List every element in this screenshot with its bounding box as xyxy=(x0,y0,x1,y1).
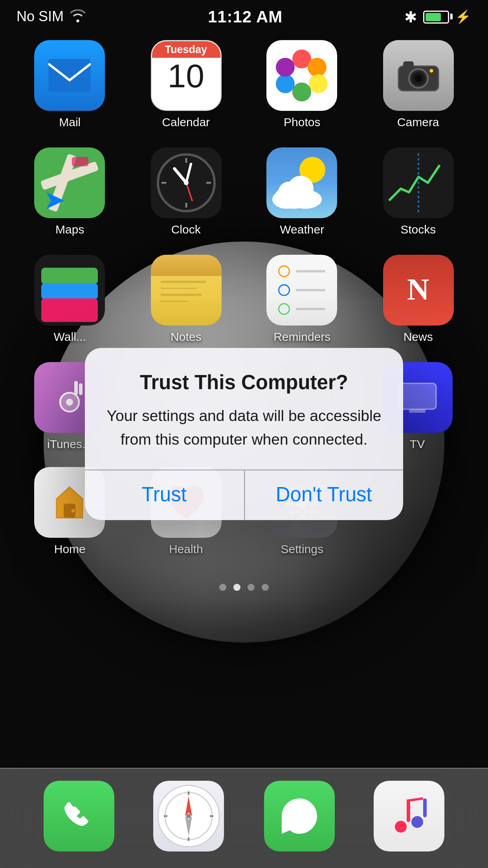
dialog-body: Trust This Computer? Your settings and d… xyxy=(85,348,403,469)
trust-dialog: Trust This Computer? Your settings and d… xyxy=(85,348,403,520)
trust-button[interactable]: Trust xyxy=(85,471,245,520)
dialog-title: Trust This Computer? xyxy=(104,371,384,395)
dont-trust-button[interactable]: Don't Trust xyxy=(245,471,404,520)
dialog-overlay: Trust This Computer? Your settings and d… xyxy=(0,0,488,868)
dialog-message: Your settings and data will be accessibl… xyxy=(104,405,384,451)
dialog-button-row: Trust Don't Trust xyxy=(85,469,403,520)
